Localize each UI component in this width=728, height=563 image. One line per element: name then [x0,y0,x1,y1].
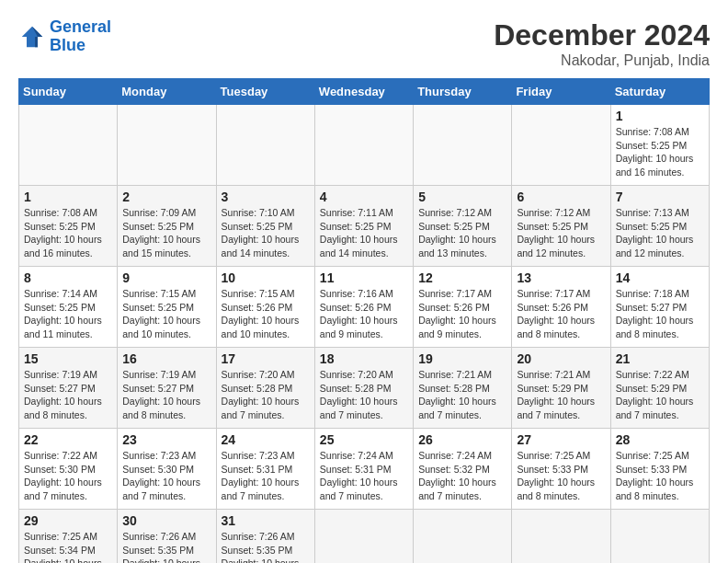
daylight-text: Daylight: 10 hours and 14 minutes. [320,233,408,259]
daylight-text: Daylight: 10 hours and 8 minutes. [24,395,112,421]
daylight-text: Daylight: 10 hours and 10 minutes. [122,314,210,340]
sunset-text: Sunset: 5:28 PM [222,382,310,396]
sunrise-text: Sunrise: 7:13 AM [616,206,704,220]
day-info: Sunrise: 7:12 AM Sunset: 5:25 PM Dayligh… [418,206,506,260]
day-info: Sunrise: 7:25 AM Sunset: 5:33 PM Dayligh… [616,449,704,503]
table-row: 29 Sunrise: 7:25 AM Sunset: 5:34 PM Dayl… [19,510,118,564]
daylight-text: Daylight: 10 hours and 13 minutes. [418,233,506,259]
sunset-text: Sunset: 5:35 PM [122,544,210,557]
sunset-text: Sunset: 5:25 PM [222,220,310,234]
daylight-text: Daylight: 10 hours and 7 minutes. [418,476,506,502]
calendar-week-row: 1 Sunrise: 7:08 AM Sunset: 5:25 PM Dayli… [19,105,710,186]
day-info: Sunrise: 7:25 AM Sunset: 5:34 PM Dayligh… [24,530,112,563]
sunset-text: Sunset: 5:25 PM [24,301,112,315]
calendar-week-row: 29 Sunrise: 7:25 AM Sunset: 5:34 PM Dayl… [19,510,710,564]
table-row: 7 Sunrise: 7:13 AM Sunset: 5:25 PM Dayli… [610,186,709,267]
sunrise-text: Sunrise: 7:08 AM [616,125,704,139]
day-number: 4 [320,190,408,204]
daylight-text: Daylight: 10 hours and 9 minutes. [222,557,310,563]
day-number: 19 [418,351,506,366]
sunset-text: Sunset: 5:26 PM [222,301,310,315]
day-info: Sunrise: 7:16 AM Sunset: 5:26 PM Dayligh… [320,287,408,341]
day-info: Sunrise: 7:22 AM Sunset: 5:29 PM Dayligh… [616,368,704,422]
day-number: 20 [517,351,605,366]
table-row: 1 Sunrise: 7:08 AM Sunset: 5:25 PM Dayli… [19,186,118,267]
day-info: Sunrise: 7:15 AM Sunset: 5:25 PM Dayligh… [122,287,210,341]
table-row [216,105,314,186]
sunset-text: Sunset: 5:25 PM [24,220,112,234]
daylight-text: Daylight: 10 hours and 16 minutes. [24,233,112,259]
sunset-text: Sunset: 5:25 PM [418,220,506,234]
table-row: 24 Sunrise: 7:23 AM Sunset: 5:31 PM Dayl… [216,429,314,510]
day-number: 31 [222,513,310,528]
sunset-text: Sunset: 5:25 PM [122,301,210,315]
day-info: Sunrise: 7:12 AM Sunset: 5:25 PM Dayligh… [517,206,605,260]
day-info: Sunrise: 7:19 AM Sunset: 5:27 PM Dayligh… [24,368,112,422]
sunrise-text: Sunrise: 7:15 AM [222,287,310,301]
col-friday: Friday [512,79,610,105]
table-row [19,105,118,186]
title-block: December 2024 Nakodar, Punjab, India [494,18,710,69]
day-number: 26 [418,432,506,447]
sunset-text: Sunset: 5:33 PM [616,463,704,477]
day-info: Sunrise: 7:24 AM Sunset: 5:32 PM Dayligh… [418,449,506,503]
table-row: 26 Sunrise: 7:24 AM Sunset: 5:32 PM Dayl… [414,429,512,510]
table-row: 19 Sunrise: 7:21 AM Sunset: 5:28 PM Dayl… [414,348,512,429]
table-row: 21 Sunrise: 7:22 AM Sunset: 5:29 PM Dayl… [610,348,709,429]
calendar-week-row: 15 Sunrise: 7:19 AM Sunset: 5:27 PM Dayl… [19,348,710,429]
table-row: 2 Sunrise: 7:09 AM Sunset: 5:25 PM Dayli… [118,186,216,267]
sunset-text: Sunset: 5:31 PM [320,463,408,477]
sunrise-text: Sunrise: 7:17 AM [418,287,506,301]
daylight-text: Daylight: 10 hours and 8 minutes. [517,314,605,340]
sunrise-text: Sunrise: 7:12 AM [517,206,605,220]
daylight-text: Daylight: 10 hours and 7 minutes. [418,395,506,421]
col-thursday: Thursday [414,79,512,105]
sunset-text: Sunset: 5:30 PM [24,463,112,477]
sunset-text: Sunset: 5:27 PM [24,382,112,396]
day-number: 12 [418,270,506,285]
day-info: Sunrise: 7:13 AM Sunset: 5:25 PM Dayligh… [616,206,704,260]
daylight-text: Daylight: 10 hours and 8 minutes. [616,314,704,340]
daylight-text: Daylight: 10 hours and 7 minutes. [24,476,112,502]
daylight-text: Daylight: 10 hours and 7 minutes. [122,476,210,502]
col-tuesday: Tuesday [216,79,314,105]
day-number: 29 [24,513,112,528]
table-row: 16 Sunrise: 7:19 AM Sunset: 5:27 PM Dayl… [118,348,216,429]
location: Nakodar, Punjab, India [494,52,710,69]
day-number: 16 [122,351,210,366]
table-row [118,105,216,186]
table-row: 12 Sunrise: 7:17 AM Sunset: 5:26 PM Dayl… [414,267,512,348]
day-number: 23 [122,432,210,447]
sunrise-text: Sunrise: 7:21 AM [418,368,506,382]
sunset-text: Sunset: 5:31 PM [222,463,310,477]
day-info: Sunrise: 7:23 AM Sunset: 5:31 PM Dayligh… [222,449,310,503]
day-number: 8 [24,270,112,285]
sunrise-text: Sunrise: 7:20 AM [222,368,310,382]
table-row: 20 Sunrise: 7:21 AM Sunset: 5:29 PM Dayl… [512,348,610,429]
logo-icon [18,23,46,51]
daylight-text: Daylight: 10 hours and 12 minutes. [616,233,704,259]
day-info: Sunrise: 7:15 AM Sunset: 5:26 PM Dayligh… [222,287,310,341]
day-number: 30 [122,513,210,528]
sunrise-text: Sunrise: 7:19 AM [122,368,210,382]
col-saturday: Saturday [610,79,709,105]
sunset-text: Sunset: 5:33 PM [517,463,605,477]
daylight-text: Daylight: 10 hours and 14 minutes. [222,233,310,259]
col-monday: Monday [118,79,216,105]
day-info: Sunrise: 7:20 AM Sunset: 5:28 PM Dayligh… [320,368,408,422]
daylight-text: Daylight: 10 hours and 9 minutes. [418,314,506,340]
day-info: Sunrise: 7:24 AM Sunset: 5:31 PM Dayligh… [320,449,408,503]
daylight-text: Daylight: 10 hours and 8 minutes. [24,557,112,563]
sunset-text: Sunset: 5:26 PM [418,301,506,315]
sunset-text: Sunset: 5:29 PM [517,382,605,396]
sunset-text: Sunset: 5:34 PM [24,544,112,557]
table-row: 1 Sunrise: 7:08 AM Sunset: 5:25 PM Dayli… [610,105,709,186]
daylight-text: Daylight: 10 hours and 9 minutes. [122,557,210,563]
sunset-text: Sunset: 5:32 PM [418,463,506,477]
day-number: 18 [320,351,408,366]
day-number: 10 [222,270,310,285]
calendar-week-row: 1 Sunrise: 7:08 AM Sunset: 5:25 PM Dayli… [19,186,710,267]
sunset-text: Sunset: 5:28 PM [418,382,506,396]
table-row [512,105,610,186]
daylight-text: Daylight: 10 hours and 7 minutes. [222,476,310,502]
